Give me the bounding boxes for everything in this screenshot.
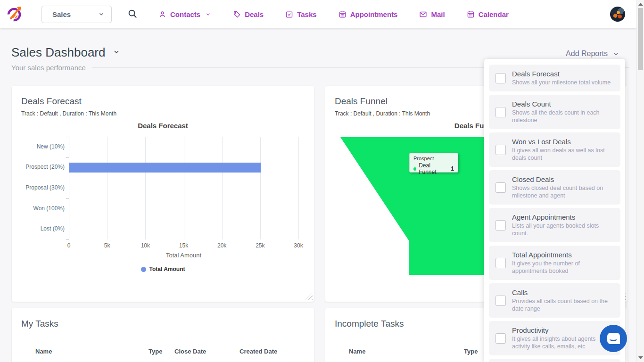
report-option-calls[interactable]: CallsProvides all calls count based on t… xyxy=(489,283,620,318)
y-category-label: New (10%) xyxy=(16,143,65,150)
column-header-close-date: Close Date xyxy=(174,348,206,355)
report-option-text: ProductivityIt gives all insights about … xyxy=(512,326,614,350)
avatar[interactable] xyxy=(610,7,625,22)
report-option-title: Productivity xyxy=(512,326,614,334)
funnel-tooltip: Prospect Deal Funnel: 1 xyxy=(409,153,458,173)
report-option-description: Lists all your agents booked slots count… xyxy=(512,222,614,237)
chevron-down-icon xyxy=(113,48,120,56)
chart-legend[interactable]: Total Amount xyxy=(12,266,314,272)
nav-item-contacts[interactable]: Contacts xyxy=(158,10,211,18)
y-axis-line xyxy=(69,137,69,239)
scroll-up-arrow[interactable] xyxy=(638,3,643,6)
gridline xyxy=(260,137,261,239)
checkbox[interactable] xyxy=(495,145,506,155)
nav-item-label: Tasks xyxy=(297,10,316,18)
report-option-text: Deals CountShows all the deals count in … xyxy=(512,100,614,124)
report-option-deals-forecast[interactable]: Deals ForecastShows all your milestone t… xyxy=(489,65,620,91)
tag-icon xyxy=(233,10,241,18)
checkbox[interactable] xyxy=(495,220,506,230)
divider xyxy=(29,7,29,21)
page-title: Sales Dashboard xyxy=(11,45,105,60)
nav-item-calendar[interactable]: Calendar xyxy=(467,10,509,18)
x-tick-label: 25k xyxy=(256,242,264,249)
tooltip-stage: Prospect xyxy=(413,156,454,161)
y-axis-tick xyxy=(66,157,69,158)
chevron-down-icon xyxy=(98,11,105,17)
x-tick-label: 5k xyxy=(104,242,110,249)
report-option-text: Agent AppointmentsLists all your agents … xyxy=(512,213,614,237)
topbar: Sales ContactsDealsTasksAppointmentsMail… xyxy=(0,0,636,28)
card-filters: Track : Default , Duration : This Month xyxy=(21,110,116,117)
y-category-label: Lost (0%) xyxy=(16,225,65,232)
bar-prospect-20[interactable] xyxy=(69,163,261,173)
y-axis-tick xyxy=(66,137,69,137)
y-axis-tick xyxy=(66,178,69,178)
add-reports-button[interactable]: Add Reports xyxy=(566,49,619,58)
checkbox[interactable] xyxy=(495,258,506,268)
main-nav: ContactsDealsTasksAppointmentsMailCalend… xyxy=(158,10,509,18)
nav-item-tasks[interactable]: Tasks xyxy=(285,10,316,18)
checkbox[interactable] xyxy=(495,182,506,193)
report-option-won-vs-lost-deals[interactable]: Won vs Lost DealsIt gives all won deals … xyxy=(489,132,620,167)
nav-item-appointments[interactable]: Appointments xyxy=(339,10,398,18)
checkbox[interactable] xyxy=(495,73,506,83)
column-header-name: Name xyxy=(349,348,365,355)
search-icon xyxy=(127,8,138,19)
y-category-label: Proposal (30%) xyxy=(16,184,65,191)
workspace-selector[interactable]: Sales xyxy=(41,6,112,23)
report-option-title: Agent Appointments xyxy=(512,213,614,221)
chevron-down-icon xyxy=(612,50,619,58)
report-option-agent-appointments[interactable]: Agent AppointmentsLists all your agents … xyxy=(489,208,620,242)
gridline xyxy=(222,137,223,239)
report-option-text: Closed DealsShows closed deal count base… xyxy=(512,175,614,199)
page-scrollbar[interactable] xyxy=(636,0,644,362)
resize-handle[interactable] xyxy=(305,293,313,300)
search-button[interactable] xyxy=(127,8,139,20)
report-option-closed-deals[interactable]: Closed DealsShows closed deal count base… xyxy=(489,170,620,205)
report-option-text: Total AppointmentsIt gives you the numbe… xyxy=(512,251,614,275)
gridline xyxy=(107,137,107,239)
report-option-total-appointments[interactable]: Total AppointmentsIt gives you the numbe… xyxy=(489,246,620,280)
scroll-down-arrow[interactable] xyxy=(638,356,643,359)
deals-forecast-card: Deals Forecast Track : Default , Duratio… xyxy=(12,86,314,302)
my-tasks-card: My Tasks Name Type Close Date Created Da… xyxy=(12,308,314,362)
report-option-description: Shows closed deal count based on milesto… xyxy=(512,184,614,199)
checkbox[interactable] xyxy=(495,333,506,344)
x-tick-label: 30k xyxy=(294,242,303,249)
checkbox[interactable] xyxy=(495,296,506,306)
nav-item-deals[interactable]: Deals xyxy=(233,10,264,18)
forecast-plot xyxy=(69,137,298,239)
y-category-label: Won (100%) xyxy=(16,205,65,212)
mail-icon xyxy=(419,10,427,18)
card-title: Incomplete Tasks xyxy=(335,319,404,329)
card-title: Deals Forecast xyxy=(21,96,82,107)
report-option-title: Closed Deals xyxy=(512,175,614,183)
report-option-description: Shows all your milestone total volume xyxy=(512,79,614,86)
report-option-title: Won vs Lost Deals xyxy=(512,138,614,146)
dashboard-selector-chevron[interactable] xyxy=(113,48,120,58)
y-axis-tick xyxy=(66,198,69,199)
report-option-title: Total Appointments xyxy=(512,251,614,259)
chat-launcher-button[interactable] xyxy=(600,325,627,352)
report-option-title: Deals Count xyxy=(512,100,614,108)
chat-smile-icon xyxy=(610,337,617,341)
scrollbar-thumb[interactable] xyxy=(638,8,643,70)
chart-title: Deals Forecast xyxy=(12,122,314,130)
nav-item-mail[interactable]: Mail xyxy=(419,10,445,18)
chevron-down-icon xyxy=(205,11,211,17)
legend-label: Total Amount xyxy=(149,266,185,272)
report-option-deals-count[interactable]: Deals CountShows all the deals count in … xyxy=(489,95,620,129)
y-axis-tick xyxy=(66,219,69,219)
add-reports-label: Add Reports xyxy=(566,49,608,58)
page-subtitle: Your sales performance xyxy=(11,64,86,72)
report-option-title: Calls xyxy=(512,288,614,296)
task-check-icon xyxy=(285,10,293,18)
app-logo-icon[interactable] xyxy=(7,6,23,22)
report-option-title: Deals Forecast xyxy=(512,70,614,78)
add-reports-menu: Deals ForecastShows all your milestone t… xyxy=(484,59,625,362)
report-option-text: Won vs Lost DealsIt gives all won deals … xyxy=(512,138,614,162)
report-option-sales-performance[interactable]: Sales Performance xyxy=(489,359,620,362)
tooltip-series-label: Deal Funnel: xyxy=(419,162,447,175)
calendar-grid-icon xyxy=(467,10,475,18)
checkbox[interactable] xyxy=(495,107,506,117)
